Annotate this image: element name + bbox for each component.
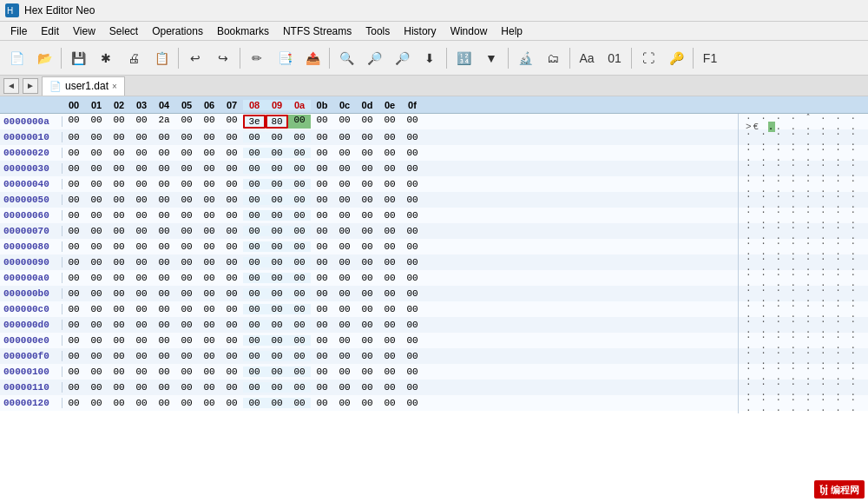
hex-cell[interactable]: 00 xyxy=(108,320,130,330)
hex-cell[interactable]: 00 xyxy=(333,132,356,142)
hex-cell[interactable]: 00 xyxy=(153,320,175,330)
hex-cell[interactable]: 00 xyxy=(85,226,108,236)
hex-cell[interactable]: 00 xyxy=(62,179,85,189)
hex-cell[interactable]: 00 xyxy=(266,179,288,189)
hex-cell[interactable]: 00 xyxy=(85,115,108,129)
toolbar-button-3[interactable]: ✱ xyxy=(93,46,119,70)
hex-cell[interactable]: 00 xyxy=(401,195,424,205)
hex-cell[interactable]: 00 xyxy=(311,163,333,174)
hex-cell[interactable]: 00 xyxy=(108,226,130,236)
hex-cell[interactable]: 00 xyxy=(108,132,130,142)
hex-cell[interactable]: 00 xyxy=(378,163,401,174)
hex-cell[interactable]: 00 xyxy=(108,304,130,314)
hex-cell[interactable]: 00 xyxy=(243,382,266,393)
hex-cell[interactable]: 00 xyxy=(378,288,401,299)
hex-cell[interactable]: 00 xyxy=(333,304,356,314)
hex-cell[interactable]: 00 xyxy=(266,257,288,268)
hex-cell[interactable]: 00 xyxy=(243,288,266,299)
hex-cell[interactable]: 00 xyxy=(266,398,288,408)
hex-cell[interactable]: 00 xyxy=(85,163,108,174)
hex-cell[interactable]: 00 xyxy=(243,351,266,361)
hex-cell[interactable]: 00 xyxy=(62,398,85,408)
toolbar-button-21[interactable]: ⛶ xyxy=(635,46,661,70)
hex-cell[interactable]: 00 xyxy=(311,273,333,283)
hex-cell[interactable]: 00 xyxy=(288,367,311,377)
hex-cell[interactable]: 00 xyxy=(401,148,424,158)
hex-cell[interactable]: 00 xyxy=(311,241,333,252)
hex-cell[interactable]: 00 xyxy=(311,115,333,129)
hex-cell[interactable]: 00 xyxy=(62,335,85,346)
hex-cell[interactable]: 00 xyxy=(220,257,243,268)
hex-cell[interactable]: 00 xyxy=(288,304,311,314)
toolbar-button-8[interactable]: ✏ xyxy=(244,46,270,70)
hex-cell[interactable]: 00 xyxy=(311,382,333,393)
hex-cell[interactable]: 00 xyxy=(401,241,424,252)
hex-cell[interactable]: 00 xyxy=(333,241,356,252)
hex-cell[interactable]: 00 xyxy=(378,257,401,268)
hex-cell[interactable]: 00 xyxy=(198,210,220,221)
hex-cell[interactable]: 00 xyxy=(401,115,424,129)
hex-cell[interactable]: 00 xyxy=(243,257,266,268)
hex-cell[interactable]: 00 xyxy=(153,351,175,361)
hex-cell[interactable]: 00 xyxy=(198,163,220,174)
hex-cell[interactable]: 00 xyxy=(153,195,175,205)
hex-cell[interactable]: 00 xyxy=(266,335,288,346)
hex-cell[interactable]: 00 xyxy=(333,288,356,299)
hex-cell[interactable]: 00 xyxy=(130,304,153,314)
hex-cell[interactable]: 00 xyxy=(198,115,220,129)
hex-cell[interactable]: 00 xyxy=(130,163,153,174)
hex-cell[interactable]: 00 xyxy=(108,398,130,408)
hex-cell[interactable]: 00 xyxy=(378,179,401,189)
hex-cell[interactable]: 00 xyxy=(198,226,220,236)
hex-cell[interactable]: 00 xyxy=(153,226,175,236)
toolbar-button-16[interactable]: ▼ xyxy=(478,46,504,70)
hex-cell[interactable]: 00 xyxy=(333,398,356,408)
hex-cell[interactable]: 00 xyxy=(130,195,153,205)
hex-cell[interactable]: 00 xyxy=(62,304,85,314)
hex-cell[interactable]: 00 xyxy=(62,226,85,236)
hex-cell[interactable]: 00 xyxy=(288,335,311,346)
hex-cell[interactable]: 00 xyxy=(356,226,378,236)
hex-cell[interactable]: 00 xyxy=(356,148,378,158)
hex-cell[interactable]: 00 xyxy=(288,210,311,221)
hex-cell[interactable]: 00 xyxy=(175,179,198,189)
menu-item-file[interactable]: File xyxy=(3,23,34,39)
hex-cell[interactable]: 00 xyxy=(333,351,356,361)
toolbar-button-6[interactable]: ↩ xyxy=(182,46,208,70)
hex-cell[interactable]: 00 xyxy=(62,241,85,252)
hex-cell[interactable]: 00 xyxy=(85,367,108,377)
hex-cell[interactable]: 00 xyxy=(175,335,198,346)
hex-cell[interactable]: 00 xyxy=(333,273,356,283)
hex-cell[interactable]: 00 xyxy=(85,335,108,346)
hex-cell[interactable]: 00 xyxy=(378,195,401,205)
hex-cell[interactable]: 00 xyxy=(175,163,198,174)
hex-cell[interactable]: 00 xyxy=(288,273,311,283)
hex-cell[interactable]: 00 xyxy=(220,335,243,346)
hex-cell[interactable]: 00 xyxy=(130,398,153,408)
hex-cell[interactable]: 00 xyxy=(198,179,220,189)
hex-cell[interactable]: 00 xyxy=(108,351,130,361)
toolbar-button-18[interactable]: 🗂 xyxy=(540,46,566,70)
hex-cell[interactable]: 00 xyxy=(378,398,401,408)
hex-cell[interactable]: 00 xyxy=(175,351,198,361)
hex-cell[interactable]: 00 xyxy=(401,179,424,189)
hex-cell[interactable]: 00 xyxy=(153,335,175,346)
hex-cell[interactable]: 00 xyxy=(333,179,356,189)
hex-cell[interactable]: 00 xyxy=(198,257,220,268)
hex-cell[interactable]: 00 xyxy=(288,132,311,142)
hex-cell[interactable]: 00 xyxy=(243,398,266,408)
hex-cell[interactable]: 00 xyxy=(378,226,401,236)
hex-cell[interactable]: 00 xyxy=(175,132,198,142)
file-tab[interactable]: 📄 user1.dat × xyxy=(42,76,125,96)
hex-cell[interactable]: 00 xyxy=(62,382,85,393)
toolbar-button-17[interactable]: 🔬 xyxy=(512,46,538,70)
hex-cell[interactable]: 00 xyxy=(401,163,424,174)
hex-cell[interactable]: 00 xyxy=(356,320,378,330)
hex-cell[interactable]: 00 xyxy=(266,382,288,393)
hex-cell[interactable]: 00 xyxy=(356,179,378,189)
hex-cell[interactable]: 00 xyxy=(288,115,311,129)
hex-cell[interactable]: 00 xyxy=(220,115,243,129)
hex-cell[interactable]: 00 xyxy=(266,210,288,221)
hex-cell[interactable]: 00 xyxy=(220,148,243,158)
hex-cell[interactable]: 00 xyxy=(220,273,243,283)
